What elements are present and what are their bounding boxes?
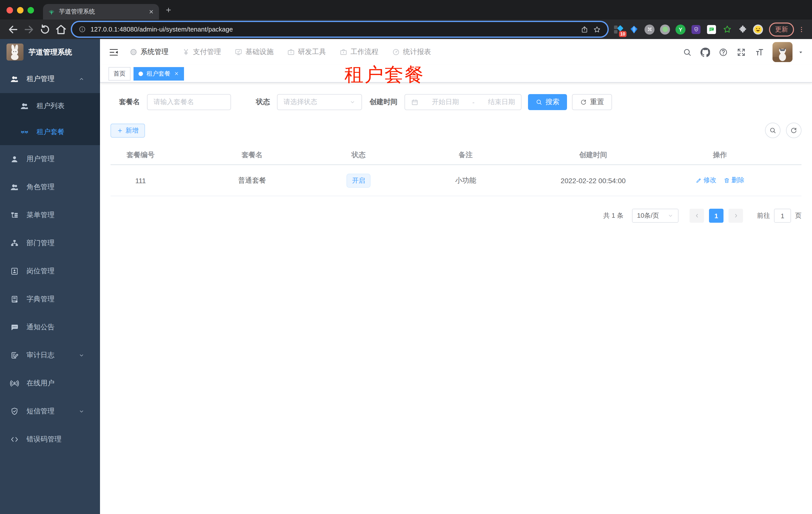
top-nav-item-0[interactable]: 系统管理 [129,48,169,57]
extension-tampermonkey-icon[interactable]: 10 [613,24,624,34]
sidebar-item-9[interactable]: 在线用户 [0,369,100,397]
extensions-area: 10Y [613,24,763,34]
back-button[interactable] [6,23,20,36]
table-toolbar: 新增 [111,123,802,138]
table-row: 111普通套餐开启小功能2022-02-22 00:54:00修改删除 [111,165,802,196]
address-bar[interactable]: 127.0.0.1:48080/admin-ui/system/tenant/p… [72,22,608,36]
sidebar-item-label: 租户管理 [27,75,55,84]
top-nav-item-label: 研发工具 [298,48,326,57]
extension-emoji-icon[interactable] [753,24,763,34]
pagination: 共 1 条 10条/页 1 前往 1 页 [111,209,802,223]
github-icon[interactable] [700,47,710,57]
star-icon [722,25,732,34]
url-text: 127.0.0.1:48080/admin-ui/system/tenant/p… [90,26,576,33]
site-info-icon[interactable] [79,26,86,33]
date-separator: - [472,98,474,106]
screen: 芋道管理系统 127.0.0.1:48080/admin-ui/system/t… [0,0,812,514]
search-icon[interactable] [683,47,692,57]
reload-button[interactable] [38,23,52,36]
sidebar-item-6[interactable]: 字典管理 [0,285,100,313]
extension-gem-icon[interactable] [629,24,639,34]
tab-close-icon[interactable] [174,71,179,76]
extension-star-icon[interactable] [722,24,732,34]
sidebar-item-3[interactable]: 菜单管理 [0,201,100,229]
extension-privacy-shield-icon[interactable] [691,24,701,34]
reset-button[interactable]: 重置 [572,94,612,110]
add-button[interactable]: 新增 [111,124,145,137]
top-nav-item-5[interactable]: 统计报表 [392,48,431,57]
extension-puzzle-icon[interactable] [737,24,748,34]
tab-close-icon[interactable] [148,9,154,15]
sidebar-item-11[interactable]: 错误码管理 [0,426,100,454]
prev-page-button[interactable] [690,209,704,223]
font-size-icon[interactable] [754,47,764,57]
extension-y-browser-icon[interactable]: Y [675,24,686,34]
top-nav-item-4[interactable]: 工作流程 [340,48,378,57]
new-tab-button[interactable] [165,6,172,13]
sidebar-item-10[interactable]: 短信管理 [0,397,100,426]
goto-page-input[interactable]: 1 [774,209,791,223]
browser-tab-strip: 芋道管理系统 [0,0,812,20]
browser-tab-title: 芋道管理系统 [59,7,145,16]
sidebar-subitem-0-1[interactable]: 租户套餐 [0,119,100,145]
badge-icon [10,267,19,276]
top-nav-item-1[interactable]: 支付管理 [182,48,221,57]
page-size-select[interactable]: 10条/页 [632,209,678,223]
browser-toolbar: 127.0.0.1:48080/admin-ui/system/tenant/p… [0,20,812,39]
forward-button[interactable] [23,23,35,36]
top-nav-item-2[interactable]: 基础设施 [234,48,273,57]
share-icon[interactable] [580,25,588,33]
avatar-caret-down-icon[interactable] [798,49,804,55]
sidebar-item-0[interactable]: 租户管理 [0,65,100,93]
browser-menu-icon[interactable] [798,25,805,33]
sidebar-item-label: 菜单管理 [27,211,55,220]
browser-tab[interactable]: 芋道管理系统 [43,4,159,20]
sidebar-item-5[interactable]: 岗位管理 [0,257,100,285]
home-button[interactable] [55,23,67,36]
name-filter-input[interactable]: 请输入套餐名 [147,94,231,110]
avatar[interactable] [773,42,792,62]
page-number-1[interactable]: 1 [709,209,724,223]
sidebar-item-2[interactable]: 角色管理 [0,173,100,201]
top-nav-item-3[interactable]: 研发工具 [287,48,326,57]
date-range-picker[interactable]: 开始日期 - 结束日期 [405,94,522,110]
sidebar-logo-row: 芋道管理系统 [0,39,100,65]
tags-view-tab-0[interactable]: 首页 [109,67,130,80]
extension-chat-notes-icon[interactable] [706,24,717,34]
extension-recorder-icon[interactable] [660,24,670,34]
tags-view-tab-1[interactable]: 租户套餐 [134,67,184,80]
message-icon [10,323,19,332]
bookmark-star-icon[interactable] [593,25,601,33]
shield-icon [10,407,19,416]
show-search-toggle-button[interactable] [765,123,781,138]
app-title: 芋道管理系统 [29,47,72,57]
search-button[interactable]: 搜索 [528,94,567,110]
sidebar-item-4[interactable]: 部门管理 [0,229,100,257]
delete-link[interactable]: 删除 [724,176,745,185]
edit-link[interactable]: 修改 [696,176,717,185]
browser-update-button[interactable]: 更新 [769,22,794,36]
column-header-5: 操作 [638,146,802,165]
sidebar-item-1[interactable]: 用户管理 [0,145,100,173]
sidebar-item-label: 在线用户 [27,379,55,388]
date-end-placeholder: 结束日期 [488,98,515,107]
refresh-table-button[interactable] [786,123,802,138]
sidebar-item-8[interactable]: 审计日志 [0,341,100,369]
next-page-button[interactable] [728,209,743,223]
window-minimize-button[interactable] [17,7,24,13]
help-icon[interactable] [719,47,728,57]
window-zoom-button[interactable] [28,7,34,13]
date-filter-label: 创建时间 [370,98,398,107]
sidebar-subitem-0-0[interactable]: 租户列表 [0,93,100,119]
sidebar-item-7[interactable]: 通知公告 [0,313,100,341]
window-close-button[interactable] [6,7,13,13]
sidebar-item-label: 角色管理 [27,183,55,192]
status-filter-select[interactable]: 请选择状态 [277,94,362,110]
extension-command-icon[interactable] [644,24,655,34]
sidebar-collapse-icon[interactable] [109,47,119,57]
org-icon [10,239,19,248]
briefcase-icon [340,48,348,56]
lashes-icon [20,128,29,137]
fullscreen-icon[interactable] [736,47,746,57]
gear-icon [129,48,138,56]
